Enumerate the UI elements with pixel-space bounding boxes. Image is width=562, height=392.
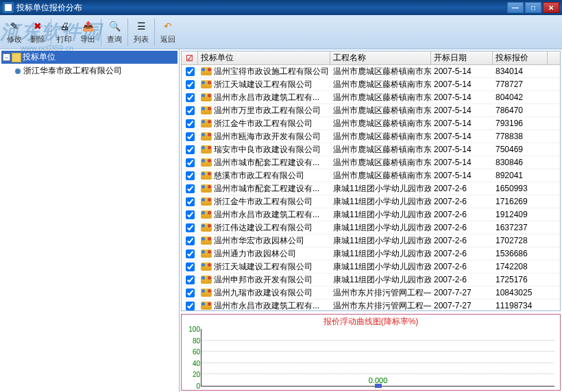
table-row[interactable]: 温州申邦市政开发有限公司康城11组团小学幼儿园市政...2007-2-61725… [182, 273, 560, 286]
cell-unit: 温州市永昌市政建筑工程有... [198, 300, 330, 312]
table-row[interactable]: 瑞安市中良市政建设有限公司温州市鹿城区藤桥镇南市东...2007-5-14750… [182, 143, 560, 156]
maximize-button[interactable]: □ [525, 2, 541, 13]
people-icon [201, 171, 212, 180]
titlebar: 投标单位报价分布 — □ ✕ [0, 0, 562, 15]
row-checkbox[interactable] [186, 93, 195, 102]
cell-price: 10843025 [493, 288, 548, 297]
row-checkbox[interactable] [186, 236, 195, 245]
cell-price: 1702728 [493, 236, 548, 245]
row-checkbox-cell [182, 275, 198, 284]
cell-unit: 温州九瑞市政建设有限公司 [198, 287, 330, 299]
chart-gridline [201, 363, 554, 363]
table-row[interactable]: 温州市永昌市政建筑工程有...温州市鹿城区藤桥镇南市东...2007-5-148… [182, 91, 560, 104]
row-checkbox[interactable] [186, 184, 195, 193]
cell-date: 2007-5-14 [431, 66, 493, 76]
cell-unit: 温州市永昌市政建筑工程有... [198, 209, 330, 221]
cell-project: 温州市鹿城区藤桥镇南市东... [330, 79, 431, 90]
toolbar-separator [101, 19, 101, 46]
cell-price: 1716269 [493, 197, 548, 206]
cell-price: 778727 [493, 79, 548, 89]
cell-price: 1912409 [493, 210, 548, 219]
export-icon: 📤 [81, 19, 95, 33]
people-icon [201, 302, 212, 310]
table-row[interactable]: 浙江金牛市政工程有限公司康城11组团小学幼儿园市政...2007-2-61716… [182, 195, 560, 208]
row-checkbox[interactable] [186, 210, 195, 219]
row-checkbox[interactable] [186, 262, 195, 271]
cell-unit: 温州市城市配套工程建设有... [198, 157, 330, 169]
row-checkbox[interactable] [186, 197, 195, 206]
close-button[interactable]: ✕ [543, 2, 559, 13]
cell-project: 康城11组团小学幼儿园市政... [330, 274, 431, 286]
row-checkbox[interactable] [186, 289, 195, 297]
header-date[interactable]: 开标日期 [431, 51, 493, 64]
table-row[interactable]: 浙江天城建设工程有限公司康城11组团小学幼儿园市政...2007-2-61742… [182, 260, 560, 273]
people-icon [201, 249, 212, 258]
people-icon [201, 210, 212, 219]
cell-unit: 瑞安市中良市政建设有限公司 [198, 144, 330, 156]
cell-unit: 温州申邦市政开发有限公司 [198, 274, 330, 286]
row-checkbox[interactable] [186, 249, 195, 258]
row-checkbox[interactable] [186, 145, 195, 154]
table-row[interactable]: 温州市永昌市政建筑工程有...温州市东片排污管网工程—海...2007-7-27… [182, 299, 560, 311]
tree-child-node[interactable]: 浙江华泰市政工程有限公司 [1, 64, 178, 78]
row-checkbox[interactable] [186, 302, 195, 310]
row-checkbox[interactable] [186, 275, 195, 284]
table-row[interactable]: 温州市瓯海市政开发有限公司温州市鹿城区藤桥镇南市东...2007-5-14778… [182, 130, 560, 143]
table-row[interactable]: 浙江伟达建设工程有限公司康城11组团小学幼儿园市政...2007-2-61637… [182, 221, 560, 234]
row-checkbox[interactable] [186, 80, 195, 89]
table-row[interactable]: 温州市城市配套工程建设有...康城11组团小学幼儿园市政...2007-2-61… [182, 182, 560, 195]
export-button[interactable]: 📤 导出 [76, 18, 99, 46]
cell-date: 2007-5-14 [431, 158, 493, 167]
delete-button[interactable]: ✖ 删除 [26, 18, 49, 46]
table-row[interactable]: 温州通力市政园林公司康城11组团小学幼儿园市政...2007-2-6153668… [182, 247, 560, 260]
row-checkbox[interactable] [186, 67, 195, 76]
table-row[interactable]: 温州市永昌市政建筑工程有...康城11组团小学幼儿园市政...2007-2-61… [182, 208, 560, 221]
row-checkbox[interactable] [186, 223, 195, 232]
row-checkbox[interactable] [186, 171, 195, 180]
cell-date: 2007-5-14 [431, 79, 493, 89]
table-row[interactable]: 温州市万里市政工程有限公司温州市鹿城区藤桥镇南市东...2007-5-14786… [182, 104, 560, 117]
tree-collapse-icon[interactable]: − [3, 53, 10, 61]
cell-date: 2007-7-27 [431, 288, 493, 297]
row-checkbox[interactable] [186, 106, 195, 115]
table-row[interactable]: 温州市城市配套工程建设有...温州市鹿城区藤桥镇南市东...2007-5-148… [182, 156, 560, 169]
header-price[interactable]: 投标报价 [493, 51, 548, 64]
row-checkbox-cell [182, 67, 198, 76]
cell-date: 2007-5-14 [431, 119, 493, 128]
cell-project: 康城11组团小学幼儿园市政... [330, 248, 431, 260]
chart-title: 报价浮动曲线图(降标率%) [182, 315, 560, 329]
header-check-all[interactable]: ☑ [182, 51, 198, 64]
modify-button[interactable]: ✎ 修改 [3, 18, 26, 46]
table-row[interactable]: 温州市华宏市政园林公司康城11组团小学幼儿园市政...2007-2-617027… [182, 234, 560, 247]
tree-root-node[interactable]: − 投标单位 [1, 51, 178, 64]
query-button[interactable]: 🔍 查询 [103, 18, 126, 46]
back-button[interactable]: ↶ 返回 [156, 18, 180, 46]
minimize-button[interactable]: — [507, 2, 524, 13]
tree-root-label: 投标单位 [23, 51, 56, 63]
grid-body[interactable]: 温州宝得市政设施工程有限公司温州市鹿城区藤桥镇南市东...2007-5-1483… [182, 65, 560, 311]
header-unit[interactable]: 投标单位 [198, 51, 330, 64]
cell-project: 温州市鹿城区藤桥镇南市东... [330, 92, 431, 103]
chart-bar [375, 384, 382, 388]
cell-date: 2007-7-27 [431, 301, 493, 310]
cell-project: 康城11组团小学幼儿园市政... [330, 196, 431, 208]
cell-unit: 浙江伟达建设工程有限公司 [198, 222, 330, 234]
row-checkbox[interactable] [186, 158, 195, 167]
cell-project: 温州市鹿城区藤桥镇南市东... [330, 170, 431, 182]
table-row[interactable]: 温州宝得市政设施工程有限公司温州市鹿城区藤桥镇南市东...2007-5-1483… [182, 65, 560, 78]
table-row[interactable]: 温州九瑞市政建设有限公司温州市东片排污管网工程—海...2007-7-27108… [182, 286, 560, 299]
row-checkbox[interactable] [186, 132, 195, 141]
cell-date: 2007-2-6 [431, 223, 493, 232]
row-checkbox[interactable] [186, 119, 195, 128]
table-row[interactable]: 慈溪市市政工程有限公司温州市鹿城区藤桥镇南市东...2007-5-1489204… [182, 169, 560, 182]
row-checkbox-cell [182, 132, 198, 141]
cell-project: 温州市东片排污管网工程—海... [330, 300, 431, 312]
list-button[interactable]: ☰ 列表 [130, 18, 153, 46]
row-checkbox-cell [182, 171, 198, 180]
table-row[interactable]: 浙江金牛市政工程有限公司温州市鹿城区藤桥镇南市东...2007-5-147931… [182, 117, 560, 130]
header-project[interactable]: 工程名称 [330, 51, 431, 64]
cell-date: 2007-2-6 [431, 262, 493, 271]
print-button[interactable]: 🖨 打印 [53, 18, 76, 46]
row-checkbox-cell [182, 289, 198, 297]
table-row[interactable]: 浙江天城建设工程有限公司温州市鹿城区藤桥镇南市东...2007-5-147787… [182, 78, 560, 91]
